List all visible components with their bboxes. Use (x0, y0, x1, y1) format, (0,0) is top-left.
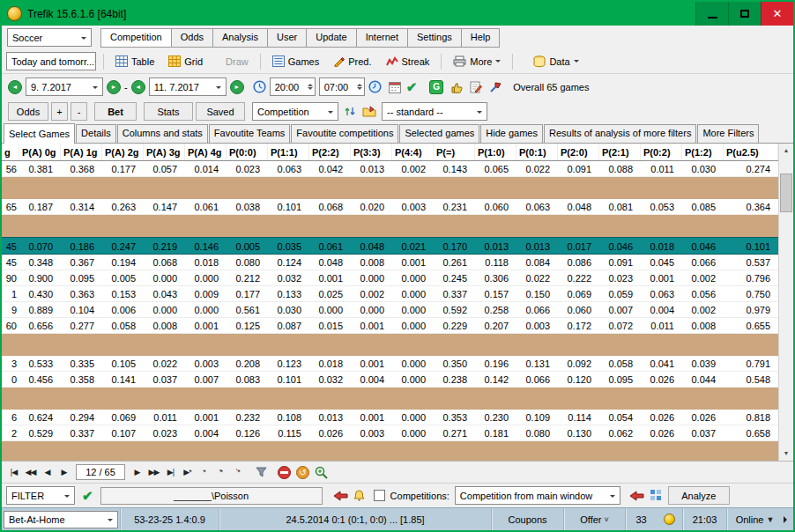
column-header-18[interactable]: P(u2.5) (724, 144, 778, 160)
table-view-button[interactable]: Table (111, 52, 159, 71)
menu-tab-analysis[interactable]: Analysis (213, 28, 268, 48)
tab-select-games[interactable]: Select Games (4, 123, 75, 144)
column-header-4[interactable]: P(A) 3g (144, 144, 185, 160)
column-header-7[interactable]: P(1:1) (268, 144, 309, 160)
date-from-select[interactable]: 9. 7.2017 (26, 78, 103, 96)
column-header-12[interactable]: P(1:0) (475, 144, 516, 160)
column-header-5[interactable]: P(A) 4g (185, 144, 227, 160)
tab-favourite-competitions[interactable]: Favoutite competitions (291, 124, 398, 143)
table-row[interactable]: 10.4300.3630.1530.0430.0090.1770.1330.02… (2, 286, 778, 302)
table-row[interactable]: 90.8890.1040.0060.0000.0000.5610.0300.00… (2, 302, 778, 318)
time-mode-clock-icon[interactable] (368, 80, 382, 93)
games-button[interactable]: Games (268, 52, 323, 71)
menu-tab-help[interactable]: Help (462, 28, 501, 48)
stats-button[interactable]: Stats (144, 102, 193, 121)
confirm-check-icon[interactable]: ✔ (406, 79, 418, 95)
scrollbar-thumb[interactable] (780, 174, 792, 212)
tab-selected-games[interactable]: Selected games (399, 124, 479, 143)
bookmaker-select[interactable]: Bet-At-Home (4, 511, 118, 528)
menu-tab-user[interactable]: User (268, 28, 307, 48)
statusbar-corner-arrow-icon[interactable] (784, 516, 791, 523)
menu-tab-odds[interactable]: Odds (172, 28, 213, 48)
saved-button[interactable]: Saved (196, 102, 245, 121)
competitions-checkbox[interactable] (374, 490, 385, 501)
column-header-2[interactable]: P(A) 1g (61, 144, 102, 160)
sport-select[interactable]: Soccer (7, 28, 92, 47)
dart-icon[interactable] (489, 81, 502, 93)
column-header-13[interactable]: P(0:1) (516, 144, 558, 160)
tab-hide-games[interactable]: Hide games (480, 124, 543, 143)
vcr-prior-button[interactable]: ◀ (40, 464, 55, 481)
standard-preset-select[interactable]: -- standard -- (382, 102, 487, 121)
filter-funnel-icon[interactable] (256, 467, 267, 477)
open-folder-icon[interactable] (362, 106, 376, 117)
scroll-down-button[interactable]: ▼ (779, 447, 793, 461)
predictions-button[interactable]: Pred. (329, 52, 375, 71)
bet-button[interactable]: Bet (94, 102, 137, 121)
column-header-10[interactable]: P(4:4) (392, 144, 434, 160)
time-to-spinner[interactable]: 07:00 (319, 78, 365, 96)
column-header-0[interactable]: g (2, 144, 19, 160)
alert-bell-icon[interactable] (353, 490, 365, 501)
table-row[interactable]: 450.0700.1860.2470.2190.1460.0050.0350.0… (2, 237, 778, 255)
tab-more-filters[interactable]: More Filters (697, 124, 759, 143)
zoom-plus-icon[interactable] (315, 466, 329, 479)
expand-grid-icon[interactable] (650, 489, 663, 502)
filter-select[interactable]: FILTER (6, 486, 75, 505)
tab-details[interactable]: Details (76, 124, 116, 143)
competition-source-select[interactable]: Competition from main window (455, 486, 620, 505)
column-header-9[interactable]: P(3:3) (351, 144, 392, 160)
vcr-prior-group-button[interactable]: ◀◀ (23, 464, 38, 481)
close-button[interactable]: ✕ (761, 2, 793, 26)
vcr-play-button[interactable]: ▶ (56, 464, 71, 481)
refresh-icon[interactable]: ↺ (296, 466, 309, 479)
column-header-1[interactable]: P(A) 0g (19, 144, 61, 160)
column-header-16[interactable]: P(0:2) (641, 144, 682, 160)
time-from-spinner[interactable]: 20:00 (270, 78, 316, 96)
scroll-up-button[interactable]: ▲ (779, 144, 793, 158)
column-header-15[interactable]: P(2:1) (599, 144, 641, 160)
column-header-3[interactable]: P(A) 2g (102, 144, 144, 160)
vcr-bookmark-set-button[interactable]: * (197, 464, 212, 481)
red-arrow-left-icon[interactable] (629, 491, 644, 501)
vcr-goto-button[interactable]: ▶* (180, 464, 195, 481)
table-row[interactable]: 900.9000.0950.0050.0000.0000.2120.0320.0… (2, 270, 778, 286)
table-row[interactable]: 60.6240.2940.0690.0110.0010.2320.1080.01… (2, 410, 778, 425)
table-row[interactable]: 600.6560.2770.0580.0080.0010.1250.0870.0… (2, 318, 778, 334)
goal-g-icon[interactable]: G (429, 80, 443, 94)
column-header-11[interactable]: P(=) (434, 144, 475, 160)
table-row[interactable]: 650.1870.3140.2630.1470.0610.0380.1010.0… (2, 199, 778, 215)
date-to-next-button[interactable]: ► (230, 80, 244, 94)
menu-tab-internet[interactable]: Internet (357, 28, 408, 48)
filter-path-box[interactable]: _______\Poisson (100, 487, 323, 505)
tab-columns-and-stats[interactable]: Columns and stats (117, 124, 208, 143)
column-header-8[interactable]: P(2:2) (309, 144, 351, 160)
plus-button[interactable]: + (51, 102, 68, 121)
data-button[interactable]: Data (529, 52, 583, 71)
table-row[interactable]: 30.5330.3350.1050.0220.0030.2080.1230.01… (2, 356, 778, 372)
date-to-select[interactable]: 11. 7.2017 (149, 78, 227, 96)
minimize-button[interactable] (695, 2, 728, 26)
vcr-first-button[interactable]: |◀ (6, 464, 21, 481)
menu-tab-competition[interactable]: Competition (100, 28, 172, 48)
column-header-17[interactable]: P(1:2) (682, 144, 724, 160)
vcr-last-button[interactable]: ▶| (163, 464, 178, 481)
coupons-button[interactable]: Coupons (491, 508, 563, 530)
thumbs-up-icon[interactable] (450, 81, 463, 93)
calendar-icon[interactable] (389, 81, 401, 93)
vcr-bookmark-a-button[interactable]: '* (213, 464, 228, 481)
grid-view-button[interactable]: Grid (164, 52, 207, 71)
vertical-scrollbar[interactable]: ▲ ▼ (778, 144, 793, 461)
date-from-prev-button[interactable]: ◄ (8, 80, 22, 94)
maximize-button[interactable] (728, 2, 761, 26)
offer-button[interactable]: Offer ˅ (563, 508, 625, 530)
table-row[interactable]: 560.3810.3680.1770.0570.0140.0230.0630.0… (2, 161, 778, 177)
menu-tab-update[interactable]: Update (307, 28, 356, 48)
more-button[interactable]: More (449, 52, 505, 71)
table-row[interactable]: 450.3480.3670.1940.0680.0180.0800.1240.0… (2, 255, 778, 270)
tab-results-of-analysis[interactable]: Results of analysis of more filters (544, 124, 696, 143)
odds-button[interactable]: Odds (8, 102, 48, 121)
vcr-bookmark-b-button[interactable]: `* (230, 464, 245, 481)
sort-icon[interactable] (344, 106, 357, 117)
spinner-arrows-icon[interactable] (308, 81, 315, 92)
